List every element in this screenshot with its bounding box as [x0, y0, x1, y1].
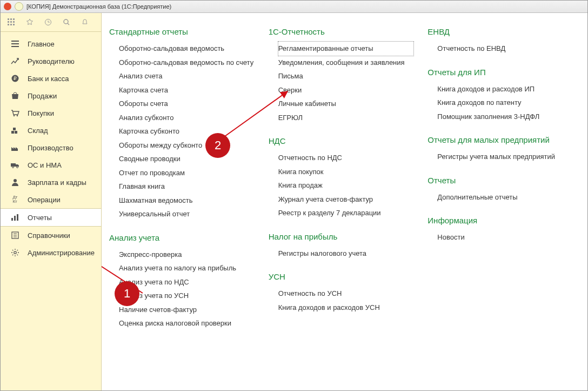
report-link[interactable]: Отчетность по ЕНВД — [437, 42, 568, 56]
report-link[interactable]: Шахматная ведомость — [119, 194, 255, 208]
window-button-icon[interactable] — [15, 2, 23, 11]
svg-rect-23 — [14, 216, 16, 221]
report-link[interactable]: Письма — [278, 69, 414, 83]
report-link[interactable]: Новости — [437, 230, 568, 244]
report-link[interactable]: Анализ учета по НДС — [119, 275, 255, 289]
svg-point-21 — [14, 179, 17, 182]
report-link[interactable]: Регистры налогового учета — [278, 247, 414, 261]
sidebar-item-10[interactable]: Отчеты — [1, 208, 101, 227]
sidebar-item-0[interactable]: Главное — [1, 35, 101, 52]
column-2: ЕНВДОтчетность по ЕНВДОтчеты для ИПКнига… — [427, 27, 582, 342]
svg-point-20 — [17, 167, 18, 168]
report-link[interactable]: Наличие счетов-фактур — [119, 303, 255, 317]
sidebar-label: Справочники — [28, 231, 70, 240]
report-link[interactable]: Отчетность по НДС — [278, 151, 414, 165]
report-link[interactable]: Оценка риска налоговой проверки — [119, 316, 255, 330]
svg-rect-8 — [13, 24, 15, 25]
sidebar-item-1[interactable]: Руководителю — [1, 52, 101, 70]
section-title[interactable]: Отчеты для ИП — [427, 68, 568, 77]
sidebar-label: Продажи — [28, 92, 57, 100]
report-link[interactable]: Личные кабинеты — [278, 97, 414, 111]
svg-rect-5 — [13, 21, 15, 23]
section-title[interactable]: ЕНВД — [427, 27, 568, 36]
sidebar-item-9[interactable]: ДтКтОперации — [1, 191, 101, 208]
section-title[interactable]: УСН — [269, 272, 414, 281]
section-title[interactable]: Стандартные отчеты — [109, 27, 255, 36]
sidebar-item-12[interactable]: Администрирование — [1, 244, 101, 261]
report-link[interactable]: Оборотно-сальдовая ведомость по счету — [119, 56, 255, 70]
book-icon — [10, 231, 20, 240]
report-link[interactable]: Книга доходов и расходов ИП — [437, 82, 568, 96]
report-link[interactable]: Книга покупок — [278, 165, 414, 179]
report-link[interactable]: Обороты счета — [119, 97, 255, 111]
report-link[interactable]: Реестр к разделу 7 декларации — [278, 206, 414, 220]
svg-rect-16 — [15, 131, 17, 134]
person-icon — [10, 178, 20, 187]
section-title[interactable]: Налог на прибыль — [269, 232, 414, 241]
report-link[interactable]: Обороты между субконто — [119, 138, 255, 153]
nav: ГлавноеРуководителю₽Банк и кассаПродажиП… — [1, 32, 101, 261]
report-link[interactable]: Журнал учета счетов-фактур — [278, 193, 414, 207]
section: НДСОтчетность по НДСКнига покупокКнига п… — [269, 136, 414, 220]
sidebar-item-7[interactable]: ОС и НМА — [1, 156, 101, 174]
chart-up-icon — [10, 57, 20, 65]
report-link[interactable]: Экспресс-проверка — [119, 248, 255, 262]
report-link[interactable]: Анализ учета по налогу на прибыль — [119, 261, 255, 275]
report-link[interactable]: Отчетность по УСН — [278, 287, 414, 301]
svg-point-10 — [64, 19, 68, 24]
report-link[interactable]: Отчет по проводкам — [119, 166, 255, 180]
report-link[interactable]: Книга продаж — [278, 178, 414, 193]
factory-icon — [10, 143, 20, 152]
report-link[interactable]: Карточка счета — [119, 83, 255, 97]
report-link[interactable]: Уведомления, сообщения и заявления — [278, 56, 414, 70]
section: УСНОтчетность по УСНКнига доходов и расх… — [269, 272, 414, 314]
report-link[interactable]: Карточка субконто — [119, 124, 255, 138]
sidebar-item-2[interactable]: ₽Банк и касса — [1, 70, 101, 87]
apps-icon[interactable] — [7, 18, 16, 26]
annotation-1: 1 — [115, 281, 139, 306]
svg-rect-1 — [10, 18, 12, 20]
section-title[interactable]: Анализ учета — [109, 233, 255, 242]
section-title[interactable]: НДС — [269, 136, 414, 145]
sidebar-item-8[interactable]: Зарплата и кадры — [1, 174, 101, 191]
report-link[interactable]: Сверки — [278, 83, 414, 97]
star-icon[interactable] — [25, 18, 34, 26]
sidebar-label: Операции — [28, 196, 61, 204]
report-link[interactable]: Помощник заполнения 3-НДФЛ — [437, 110, 568, 124]
svg-rect-22 — [11, 218, 13, 221]
report-link[interactable]: Книга доходов по патенту — [437, 96, 568, 110]
sidebar-label: Склад — [28, 127, 48, 135]
report-link[interactable]: Анализ счета — [119, 69, 255, 83]
sidebar-label: Администрирование — [28, 249, 95, 257]
sidebar-label: Банк и касса — [28, 75, 69, 83]
section-title[interactable]: Отчеты для малых предприятий — [427, 135, 568, 144]
sidebar-item-6[interactable]: Производство — [1, 139, 101, 156]
sidebar-item-3[interactable]: Продажи — [1, 87, 101, 104]
report-link[interactable]: Сводные проводки — [119, 152, 255, 166]
sidebar-item-4[interactable]: Покупки — [1, 104, 101, 122]
report-link[interactable]: Дополнительные отчеты — [437, 190, 568, 204]
sidebar-item-11[interactable]: Справочники — [1, 227, 101, 244]
search-icon[interactable] — [62, 18, 71, 26]
report-link[interactable]: Оборотно-сальдовая ведомость — [119, 42, 255, 56]
bell-icon[interactable] — [81, 18, 89, 26]
report-link[interactable]: Регламентированные отчеты — [278, 42, 414, 56]
svg-text:₽: ₽ — [14, 76, 17, 81]
sidebar: ГлавноеРуководителю₽Банк и кассаПродажиП… — [1, 13, 102, 390]
report-link[interactable]: Регистры учета малых предприятий — [437, 150, 568, 164]
section: ЕНВДОтчетность по ЕНВД — [427, 27, 568, 56]
section-title[interactable]: Информация — [427, 216, 568, 225]
svg-rect-6 — [8, 24, 9, 25]
report-link[interactable]: Универсальный отчет — [119, 207, 255, 221]
report-link[interactable]: Главная книга — [119, 180, 255, 194]
report-link[interactable]: ЕГРЮЛ — [278, 111, 414, 125]
report-link[interactable]: Анализ субконто — [119, 111, 255, 125]
gear-icon — [10, 248, 20, 257]
history-icon[interactable] — [44, 18, 52, 26]
section-title[interactable]: Отчеты — [427, 176, 568, 185]
svg-rect-0 — [8, 18, 9, 20]
section-title[interactable]: 1С-Отчетность — [269, 27, 414, 36]
report-link[interactable]: Книга доходов и расходов УСН — [278, 301, 414, 315]
sidebar-item-5[interactable]: Склад — [1, 122, 101, 139]
dtkt-icon: ДтКт — [10, 195, 20, 204]
